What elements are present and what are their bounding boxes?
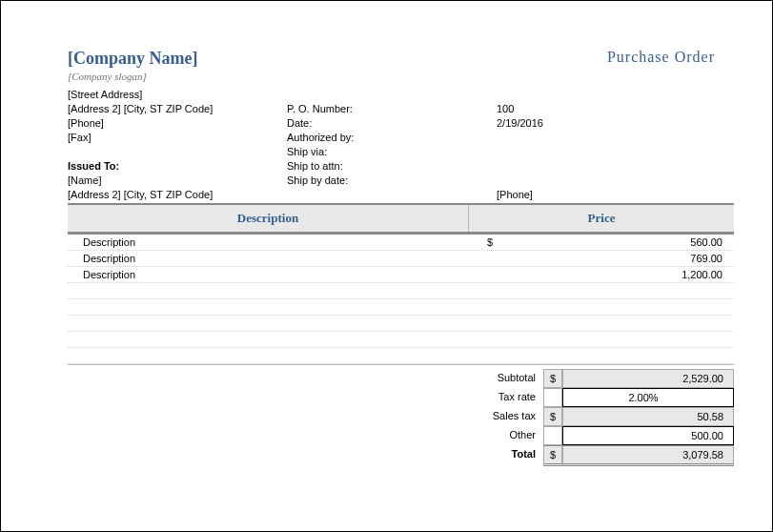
- total-currency: $: [543, 445, 562, 466]
- cell-description: Description: [68, 269, 483, 280]
- po-shipattn-value: [497, 159, 734, 173]
- issued-phone: [Phone]: [497, 188, 734, 201]
- subtotal-currency: $: [543, 369, 562, 388]
- po-shipvia-label: Ship via:: [287, 145, 497, 158]
- table-row: [68, 348, 734, 364]
- col-header-price: Price: [469, 205, 734, 232]
- salestax-value: 50.58: [562, 407, 734, 426]
- company-slogan: [Company slogan]: [68, 71, 734, 82]
- table-header: Description Price: [68, 205, 734, 234]
- company-street: [Street Address]: [68, 88, 287, 101]
- totals-section: Subtotal $ 2,529.00 Tax rate 2.00% Sales…: [68, 369, 734, 466]
- other-value[interactable]: 500.00: [562, 426, 734, 445]
- header-row: [Company Name] Purchase Order: [68, 49, 734, 69]
- other-label: Other: [458, 426, 543, 445]
- info-grid: [Street Address] [Address 2] [City, ST Z…: [68, 88, 734, 201]
- table-row: Description$560.00: [68, 235, 734, 251]
- taxrate-label: Tax rate: [458, 388, 543, 407]
- table-row: [68, 332, 734, 348]
- company-fax: [Fax]: [68, 131, 287, 144]
- po-authorized-value: [497, 131, 734, 144]
- cell-price: 769.00: [506, 253, 734, 264]
- col-header-description: Description: [68, 205, 469, 232]
- table-row: Description769.00: [68, 251, 734, 267]
- subtotal-label: Subtotal: [458, 369, 543, 388]
- total-value: 3,079.58: [562, 445, 734, 466]
- po-shipby-label: Ship by date:: [287, 174, 497, 187]
- company-phone: [Phone]: [68, 116, 287, 130]
- cell-currency: $: [483, 236, 506, 248]
- po-date-value: 2/19/2016: [497, 116, 734, 130]
- issued-to-label: Issued To:: [68, 159, 287, 173]
- taxrate-value[interactable]: 2.00%: [562, 388, 734, 407]
- po-number-label: P. O. Number:: [287, 102, 497, 115]
- cell-description: Description: [68, 253, 483, 264]
- salestax-label: Sales tax: [458, 407, 543, 426]
- purchase-order-sheet: [Company Name] Purchase Order [Company s…: [1, 1, 772, 485]
- po-shipby-value: [497, 174, 734, 187]
- subtotal-value: 2,529.00: [562, 369, 734, 388]
- po-shipattn-label: Ship to attn:: [287, 159, 497, 173]
- po-number-value: 100: [497, 102, 734, 115]
- total-label: Total: [458, 445, 543, 466]
- line-items-table: Description Price Description$560.00Desc…: [68, 203, 734, 365]
- po-authorized-label: Authorized by:: [287, 131, 497, 144]
- company-name: [Company Name]: [68, 49, 198, 69]
- cell-price: 560.00: [506, 236, 734, 248]
- company-address2: [Address 2] [City, ST ZIP Code]: [68, 102, 287, 115]
- cell-price: 1,200.00: [506, 269, 734, 280]
- issued-address: [Address 2] [City, ST ZIP Code]: [68, 188, 287, 201]
- issued-name: [Name]: [68, 174, 287, 187]
- table-row: [68, 299, 734, 316]
- table-body: Description$560.00Description769.00Descr…: [68, 234, 734, 364]
- table-row: [68, 316, 734, 332]
- salestax-currency: $: [543, 407, 562, 426]
- po-date-label: Date:: [287, 116, 497, 130]
- po-shipvia-value: [497, 145, 734, 158]
- table-row: Description1,200.00: [68, 267, 734, 283]
- document-title: Purchase Order: [607, 49, 734, 66]
- table-row: [68, 283, 734, 299]
- cell-description: Description: [68, 236, 483, 248]
